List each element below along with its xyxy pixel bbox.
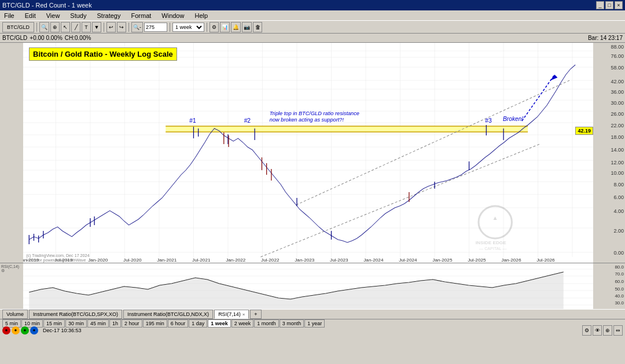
svg-text:Indicator powered by NinthWave: Indicator powered by NinthWave bbox=[26, 258, 86, 263]
tf-1h[interactable]: 1h bbox=[109, 319, 121, 328]
status-icons: ● ● ● ● bbox=[2, 326, 38, 334]
svg-text:Jan-2026: Jan-2026 bbox=[501, 258, 521, 263]
menu-format[interactable]: Format bbox=[129, 12, 153, 20]
y-label-4: 4.00 bbox=[613, 208, 624, 214]
toolbar-delete[interactable]: 🗑 bbox=[253, 22, 262, 32]
tf-6h[interactable]: 6 hour bbox=[168, 319, 189, 328]
tf-195min[interactable]: 195 min bbox=[143, 319, 167, 328]
menu-view[interactable]: View bbox=[45, 12, 62, 20]
svg-text:Jan-2020: Jan-2020 bbox=[88, 258, 108, 263]
status-eye-btn[interactable]: 👁 bbox=[593, 325, 602, 336]
svg-text:Broken!: Broken! bbox=[503, 116, 524, 122]
rsi-30: 30.0 bbox=[615, 300, 624, 306]
y-label-76: 76.00 bbox=[611, 53, 624, 59]
y-label-0: 0.00 bbox=[613, 250, 624, 256]
y-axis-right: 88.00 76.00 58.00 42.00 36.00 30.00 26.0… bbox=[593, 43, 625, 263]
tf-1y[interactable]: 1 year bbox=[304, 319, 325, 328]
minimize-button[interactable]: _ bbox=[596, 1, 604, 9]
toolbar-indicators[interactable]: 📊 bbox=[220, 22, 230, 32]
menu-file[interactable]: File bbox=[2, 12, 16, 20]
y-label-36: 36.00 bbox=[611, 89, 624, 95]
bar-info: Bar: 14 23:17 bbox=[588, 35, 623, 41]
menu-help[interactable]: Help bbox=[193, 12, 209, 20]
timeframe-tabs: 5 min 10 min 15 min 30 min 45 min 1h 2 h… bbox=[0, 319, 625, 328]
tab-add[interactable]: + bbox=[250, 310, 261, 319]
status-icon-4: ● bbox=[30, 326, 38, 334]
toolbar-line[interactable]: ╱ bbox=[71, 22, 80, 32]
y-label-30: 30.00 bbox=[611, 100, 624, 106]
rsi-40: 40.0 bbox=[615, 293, 624, 299]
svg-text:Jul-2021: Jul-2021 bbox=[192, 258, 211, 263]
maximize-button[interactable]: □ bbox=[605, 1, 613, 9]
menu-bar: File Edit View Study Strategy Format Win… bbox=[0, 10, 625, 21]
close-button[interactable]: × bbox=[615, 1, 623, 9]
svg-text:Jul-2020: Jul-2020 bbox=[123, 258, 142, 263]
toolbar-zoom-out[interactable]: 🔍- bbox=[131, 22, 143, 32]
rsi-60: 60.0 bbox=[615, 279, 624, 284]
svg-text:Jan-2022: Jan-2022 bbox=[226, 258, 246, 263]
svg-text:Jul-2023: Jul-2023 bbox=[330, 258, 348, 263]
timeframe-dropdown[interactable]: 1 week 1 day 1 month bbox=[172, 23, 204, 32]
y-label-42: 42.00 bbox=[611, 79, 624, 84]
svg-rect-34 bbox=[166, 126, 528, 132]
rsi-80: 80.0 bbox=[615, 264, 624, 270]
status-zoom-btn[interactable]: ⊕ bbox=[603, 325, 612, 336]
toolbar-text[interactable]: T bbox=[82, 22, 91, 32]
symbol-input[interactable]: BTC/GLD bbox=[2, 22, 34, 32]
rsi-y-axis: 80.0 70.0 60.0 50.0 40.0 30.0 bbox=[593, 263, 625, 309]
svg-text:#2: #2 bbox=[244, 117, 251, 124]
tf-15min[interactable]: 15 min bbox=[43, 319, 65, 328]
toolbar-settings[interactable]: ⚙ bbox=[209, 22, 219, 32]
main-chart-area: TS Default Bitcoin / Gold Ratio - Weekly… bbox=[0, 43, 625, 263]
status-right-controls: ⚙ 👁 ⊕ ⇔ bbox=[582, 325, 623, 336]
menu-study[interactable]: Study bbox=[68, 12, 88, 20]
zoom-in-btn[interactable]: 🔍 bbox=[39, 22, 49, 32]
main-chart[interactable]: Bitcoin / Gold Ratio - Weekly Log Scale bbox=[23, 43, 593, 263]
tf-1m[interactable]: 1 month bbox=[254, 319, 279, 328]
svg-rect-0 bbox=[23, 43, 593, 263]
y-label-12: 12.00 bbox=[611, 160, 624, 166]
tf-45min[interactable]: 45 min bbox=[87, 319, 109, 328]
rsi-chart[interactable] bbox=[23, 263, 593, 309]
menu-window[interactable]: Window bbox=[160, 12, 186, 20]
tf-2h[interactable]: 2 hour bbox=[122, 319, 142, 328]
zoom-level-input[interactable] bbox=[144, 23, 167, 32]
menu-strategy[interactable]: Strategy bbox=[95, 12, 123, 20]
svg-text:— CAPITAL —: — CAPITAL — bbox=[479, 247, 507, 251]
svg-text:Jul-2025: Jul-2025 bbox=[468, 258, 486, 263]
tf-1d[interactable]: 1 day bbox=[189, 319, 207, 328]
svg-text:(c) TradingView.com, Dec 17 20: (c) TradingView.com, Dec 17 2024 bbox=[26, 253, 90, 258]
tf-1w[interactable]: 1 week bbox=[208, 319, 231, 328]
ch-value: CH:0.00% bbox=[65, 35, 91, 41]
status-settings-btn[interactable]: ⚙ bbox=[582, 325, 591, 336]
tf-2w[interactable]: 2 week bbox=[231, 319, 254, 328]
toolbar-alerts[interactable]: 🔔 bbox=[231, 22, 241, 32]
y-label-58: 58.00 bbox=[611, 65, 624, 71]
toolbar-pointer[interactable]: ↖ bbox=[61, 22, 70, 32]
menu-edit[interactable]: Edit bbox=[23, 12, 38, 20]
y-label-88: 88.00 bbox=[611, 44, 624, 50]
svg-text:INSIDE EDGE: INSIDE EDGE bbox=[476, 240, 506, 245]
status-icon-3: ● bbox=[21, 326, 29, 334]
window-title: BTC/GLD - Red Count - 1 week bbox=[2, 2, 92, 9]
tab-ratio-spx[interactable]: Instrument Ratio(BTC/GLD,SPX,XO) bbox=[29, 310, 122, 319]
symbol-label: BTC/GLD bbox=[2, 35, 27, 41]
info-bar: BTC/GLD +0.00 0.00% CH:0.00% Bar: 14 23:… bbox=[0, 34, 625, 43]
toolbar-crosshair[interactable]: ⊕ bbox=[50, 22, 60, 32]
y-label-8: 8.00 bbox=[613, 182, 624, 187]
change-value: +0.00 0.00% bbox=[30, 35, 62, 41]
tab-rsi-close[interactable]: × bbox=[242, 312, 245, 317]
tf-3m[interactable]: 3 month bbox=[280, 319, 304, 328]
toolbar-screenshot[interactable]: 📷 bbox=[242, 22, 252, 32]
svg-text:Triple top in BTC/GLD ratio re: Triple top in BTC/GLD ratio resistance bbox=[270, 111, 359, 116]
tab-ratio-ndx[interactable]: Instrument Ratio(BTC/GLD,NDX,X) bbox=[123, 310, 213, 319]
chart-svg: Jan-2019 Jul-2019 Jan-2020 Jul-2020 Jan-… bbox=[23, 43, 593, 263]
tf-30min[interactable]: 30 min bbox=[65, 319, 87, 328]
toolbar-more[interactable]: ▼ bbox=[92, 22, 101, 32]
toolbar-redo[interactable]: ↪ bbox=[117, 22, 126, 32]
status-arrows-btn[interactable]: ⇔ bbox=[613, 325, 623, 336]
toolbar-undo[interactable]: ↩ bbox=[106, 22, 116, 32]
svg-text:#3: #3 bbox=[485, 117, 492, 124]
svg-text:now broken acting as support?!: now broken acting as support?! bbox=[270, 117, 344, 123]
tab-rsi[interactable]: RSI(7,14) × bbox=[214, 310, 249, 319]
